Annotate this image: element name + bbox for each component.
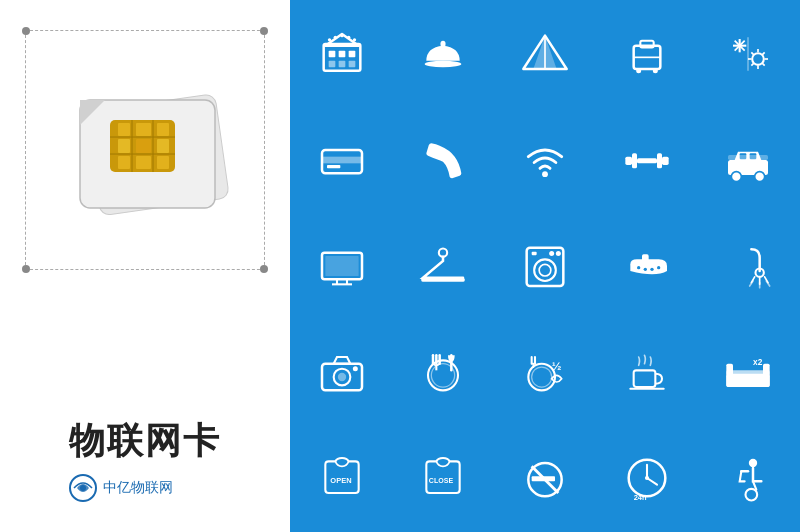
svg-point-100 [353,366,358,371]
camping-icon[interactable] [495,2,595,106]
svg-point-101 [428,360,458,390]
corner-handle-tr [260,27,268,35]
twin-bed-icon[interactable]: x2 [698,320,798,424]
svg-rect-11 [157,123,169,136]
svg-text:CLOSE: CLOSE [429,477,454,485]
svg-rect-65 [662,157,669,165]
svg-point-42 [652,68,657,73]
brand-name: 中亿物联网 [103,479,173,497]
svg-rect-71 [728,155,768,160]
svg-text:24h: 24h [633,493,646,502]
svg-point-81 [539,264,551,276]
page-title: 物联网卡 [69,417,221,466]
svg-point-89 [657,266,660,269]
svg-point-135 [746,489,758,501]
svg-rect-39 [640,41,653,48]
icon-grid: ½ x2 OPEN CLOSE 24h [290,0,800,532]
wheelchair-icon[interactable] [698,426,798,530]
svg-rect-58 [322,157,362,164]
svg-point-132 [645,476,649,480]
svg-point-30 [340,34,343,37]
phone-icon[interactable] [394,108,494,212]
svg-rect-16 [136,156,151,169]
svg-rect-23 [348,51,355,58]
svg-rect-24 [328,61,335,68]
svg-rect-82 [532,252,537,255]
svg-point-69 [732,172,742,182]
svg-rect-64 [657,153,662,168]
svg-rect-22 [338,51,345,58]
svg-text:OPEN: OPEN [330,476,351,485]
svg-rect-21 [328,51,335,58]
iron-icon[interactable] [597,214,697,318]
credit-card-icon[interactable] [292,108,392,212]
svg-line-56 [752,63,755,66]
tv-icon[interactable] [292,214,392,318]
half-board-icon[interactable]: ½ [495,320,595,424]
left-panel: 物联网卡 中亿物联网 [0,0,290,532]
svg-point-88 [650,268,653,271]
svg-point-109 [532,367,552,387]
svg-line-54 [762,63,765,66]
svg-point-86 [637,266,640,269]
svg-rect-115 [633,370,655,387]
svg-point-32 [353,38,356,41]
svg-rect-26 [348,61,355,68]
svg-rect-14 [157,139,169,153]
no-smoking-icon[interactable] [495,426,595,530]
corner-handle-bl [22,265,30,273]
svg-text:x2: x2 [753,357,763,367]
svg-point-134 [749,459,757,467]
sim-card-image [45,50,245,250]
brand-logo-icon [69,474,97,502]
svg-point-48 [752,53,764,65]
close-sign-icon[interactable]: CLOSE [394,426,494,530]
hotel-icon[interactable] [292,2,392,106]
svg-rect-61 [625,157,632,165]
logo-area: 中亿物联网 [69,474,221,502]
svg-point-87 [643,268,646,271]
svg-rect-62 [632,153,637,168]
coffee-icon[interactable] [597,320,697,424]
svg-rect-73 [325,256,358,276]
svg-rect-15 [118,156,130,169]
svg-point-19 [80,485,86,491]
svg-rect-13 [136,139,151,153]
gym-icon[interactable] [597,108,697,212]
svg-point-60 [542,171,548,177]
temperature-icon[interactable] [698,2,798,106]
svg-rect-78 [422,278,465,282]
svg-text:½: ½ [552,359,562,372]
svg-point-29 [333,36,336,39]
wifi-icon[interactable] [495,108,595,212]
food-service-icon[interactable] [394,2,494,106]
hanger-icon[interactable] [394,214,494,318]
camera-icon[interactable] [292,320,392,424]
svg-rect-63 [637,158,657,163]
svg-line-53 [752,52,755,55]
luggage-icon[interactable] [597,2,697,106]
taxi-icon[interactable] [698,108,798,212]
svg-point-70 [755,172,765,182]
svg-rect-59 [327,165,340,168]
24h-icon[interactable]: 24h [597,426,697,530]
restaurant-icon[interactable] [394,320,494,424]
sim-card-frame [25,30,265,270]
washing-machine-icon[interactable] [495,214,595,318]
svg-point-28 [328,38,331,41]
svg-line-55 [762,52,765,55]
svg-point-80 [534,259,556,281]
open-sign-icon[interactable]: OPEN [292,426,392,530]
shower-icon[interactable] [698,214,798,318]
svg-point-41 [636,68,641,73]
svg-rect-34 [441,41,446,48]
svg-rect-10 [136,123,151,136]
svg-point-31 [347,36,350,39]
svg-point-84 [556,251,561,256]
svg-rect-17 [157,156,169,169]
svg-point-33 [425,61,462,68]
svg-rect-121 [727,364,734,387]
svg-rect-9 [118,123,130,136]
svg-rect-25 [338,61,345,68]
title-area: 物联网卡 中亿物联网 [69,417,221,512]
